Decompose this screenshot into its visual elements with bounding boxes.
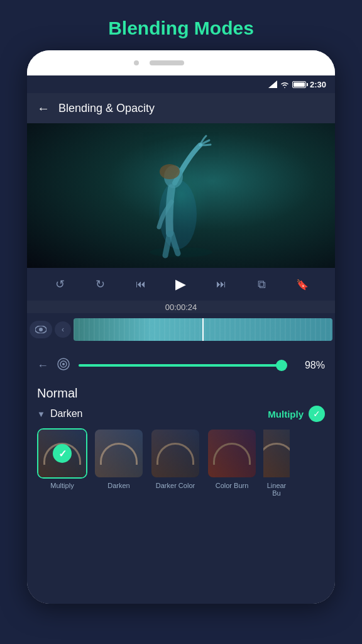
status-bar: 2:30 (27, 75, 335, 93)
phone-speaker (150, 60, 184, 65)
status-icons (268, 80, 306, 88)
blend-label-color-burn: Color Burn (216, 482, 249, 489)
blend-thumb-bg-linear (263, 430, 290, 477)
blend-mode-current: Normal (37, 386, 77, 400)
controls-bar: ↺ ↻ ⏮ ▶ ⏭ ⧉ 🔖 (27, 268, 335, 301)
phone-camera (134, 60, 139, 65)
opacity-row: ← 98% (27, 350, 335, 381)
svg-marker-0 (268, 80, 277, 88)
category-left: ▼ Darken (37, 408, 82, 419)
phone-frame: 2:30 ← Blending & Opacity (27, 50, 335, 604)
blend-thumb-color-burn (207, 428, 257, 479)
forward-button[interactable]: ↻ (89, 273, 111, 296)
top-bar: ← Blending & Opacity (27, 93, 335, 123)
skip-back-button[interactable]: ⏮ (129, 273, 152, 296)
back-small-button[interactable]: ← (37, 359, 48, 372)
blend-thumb-bg-darker (151, 430, 199, 477)
category-right: Multiply ✓ (268, 406, 325, 422)
nav-left-button[interactable]: ‹ (55, 321, 71, 338)
category-name: Darken (50, 408, 83, 419)
track-clip[interactable] (74, 318, 332, 341)
active-check: ✓ (309, 406, 325, 422)
blend-item-darker-color[interactable]: Darker Color (150, 428, 200, 497)
eye-button[interactable] (30, 321, 52, 338)
blend-thumb-bg-burn (208, 430, 256, 477)
svg-point-5 (143, 145, 219, 246)
screen-title: Blending & Opacity (58, 102, 155, 115)
timeline-timestamp: 00:00:24 (165, 303, 197, 312)
opacity-value: 98% (295, 360, 325, 371)
rewind-button[interactable]: ↺ (48, 273, 71, 296)
blend-mode-section: Normal (27, 381, 335, 406)
blend-item-color-burn[interactable]: Color Burn (207, 428, 257, 497)
darken-category-header: ▼ Darken Multiply ✓ (37, 406, 325, 422)
video-preview (27, 123, 335, 268)
svg-point-7 (39, 328, 43, 331)
opacity-thumb[interactable] (276, 360, 287, 371)
blend-items-row: ✓ Multiply Darken (37, 428, 325, 497)
blend-thumb-darker-color (150, 428, 200, 479)
svg-point-1 (150, 247, 212, 257)
blend-label-linear-burn: Linear Bu (263, 482, 290, 497)
blend-item-darken[interactable]: Darken (94, 428, 144, 497)
blend-categories: ▼ Darken Multiply ✓ (27, 406, 335, 604)
app-screen: 2:30 ← Blending & Opacity (27, 75, 335, 604)
svg-point-10 (62, 363, 65, 365)
multiply-check: ✓ (53, 444, 72, 463)
blend-label-darken: Darken (107, 482, 129, 489)
layer-icon (57, 358, 70, 374)
eye-icon (35, 326, 47, 333)
timeline-area: 00:00:24 ‹ (27, 301, 335, 350)
blend-thumb-bg-darken (95, 430, 143, 477)
skip-forward-button[interactable]: ⏭ (210, 273, 233, 296)
dancer-figure (118, 133, 244, 258)
blend-item-linear-burn[interactable]: Linear Bu (263, 428, 290, 497)
page-title: Blending Modes (0, 0, 362, 50)
wifi-icon (280, 80, 290, 88)
back-button[interactable]: ← (37, 101, 50, 116)
layers-icon (57, 358, 70, 370)
battery-icon (292, 81, 306, 88)
blend-thumb-darken (94, 428, 144, 479)
blend-label-multiply: Multiply (50, 482, 74, 489)
signal-icon (268, 80, 277, 88)
battery-tip (307, 83, 308, 86)
opacity-fill (79, 364, 282, 367)
timeline-track-area[interactable]: ‹ (27, 313, 335, 346)
timeline-ruler: 00:00:24 (27, 301, 335, 313)
phone-top (27, 50, 335, 75)
active-mode-label: Multiply (268, 409, 304, 419)
blend-item-multiply[interactable]: ✓ Multiply (37, 428, 87, 497)
opacity-slider[interactable] (79, 364, 286, 367)
playhead (202, 318, 204, 341)
copy-button[interactable]: ⧉ (251, 273, 273, 296)
play-button[interactable]: ▶ (170, 273, 192, 296)
blend-thumb-linear-burn (263, 428, 290, 479)
blend-thumb-multiply: ✓ (37, 428, 87, 479)
bookmark-button[interactable]: 🔖 (291, 273, 314, 296)
status-time: 2:30 (310, 80, 326, 89)
battery-fill (293, 82, 305, 87)
triangle-icon: ▼ (37, 409, 45, 419)
blend-label-darker-color: Darker Color (156, 482, 195, 489)
